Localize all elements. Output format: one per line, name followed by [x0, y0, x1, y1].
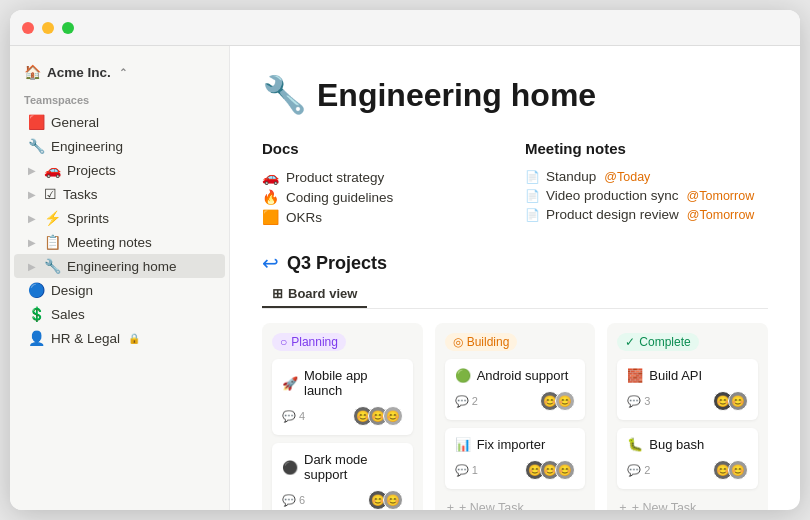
- meeting-item-standup[interactable]: 📄 Standup @Today: [525, 167, 768, 186]
- avatar: 😊: [728, 460, 748, 480]
- column-header-planning: ○ Planning: [272, 333, 413, 351]
- avatar: 😊: [555, 460, 575, 480]
- comment-icon: 💬: [455, 395, 469, 408]
- card-fix-importer[interactable]: 📊 Fix importer 💬 1 😊 😊: [445, 428, 586, 489]
- column-header-complete: ✓ Complete: [617, 333, 758, 351]
- card-bug-bash[interactable]: 🐛 Bug bash 💬 2 😊 😊: [617, 428, 758, 489]
- doc-item-coding-guidelines[interactable]: 🔥 Coding guidelines: [262, 187, 505, 207]
- sidebar-item-tasks[interactable]: ▶ ☑ Tasks: [14, 182, 225, 206]
- doc-icon: 🔥: [262, 189, 279, 205]
- meeting-item-video-sync[interactable]: 📄 Video production sync @Tomorrow: [525, 186, 768, 205]
- card-icon: 🟢: [455, 368, 471, 383]
- chevron-icon: ▶: [28, 213, 36, 224]
- doc-icon: 🚗: [262, 169, 279, 185]
- new-task-label: + New Task: [632, 501, 697, 510]
- doc-label: Product strategy: [286, 170, 384, 185]
- card-avatars: 😊 😊: [713, 391, 748, 411]
- sidebar-item-engineering[interactable]: 🔧 Engineering: [14, 134, 225, 158]
- card-footer: 💬 2 😊 😊: [455, 391, 576, 411]
- minimize-dot[interactable]: [42, 22, 54, 34]
- doc-label: Coding guidelines: [286, 190, 393, 205]
- comment-count: 4: [299, 410, 305, 422]
- projects-icon: 🚗: [44, 162, 61, 178]
- sidebar-item-label: Engineering home: [67, 259, 177, 274]
- avatar: 😊: [383, 406, 403, 426]
- page-title-row: 🔧 Engineering home: [262, 74, 768, 116]
- card-mobile-app[interactable]: 🚀 Mobile app launch 💬 4 😊 😊: [272, 359, 413, 435]
- column-planning: ○ Planning 🚀 Mobile app launch: [262, 323, 423, 510]
- sidebar-item-projects[interactable]: ▶ 🚗 Projects: [14, 158, 225, 182]
- workspace-name: Acme Inc.: [47, 65, 111, 80]
- sprints-icon: ⚡: [44, 210, 61, 226]
- sidebar-item-label: Engineering: [51, 139, 123, 154]
- hr-icon: 👤: [28, 330, 45, 346]
- sidebar-item-label: Meeting notes: [67, 235, 152, 250]
- board-view-icon: ⊞: [272, 286, 283, 301]
- projects-title-row: ↩ Q3 Projects: [262, 251, 768, 275]
- plus-icon: +: [447, 501, 454, 510]
- new-task-complete[interactable]: + + New Task: [617, 497, 758, 510]
- meeting-notes-title: Meeting notes: [525, 140, 768, 157]
- sidebar-item-general[interactable]: 🟥 General: [14, 110, 225, 134]
- card-build-api[interactable]: 🧱 Build API 💬 3 😊 😊: [617, 359, 758, 420]
- comment-icon: 💬: [282, 494, 296, 507]
- sidebar-item-label: Design: [51, 283, 93, 298]
- meeting-notes-icon: 📋: [44, 234, 61, 250]
- plus-icon: +: [619, 501, 626, 510]
- column-tag-planning: ○ Planning: [272, 333, 346, 351]
- sidebar-item-label: Tasks: [63, 187, 98, 202]
- workspace-selector[interactable]: 🏠 Acme Inc. ⌃: [10, 58, 229, 86]
- sidebar-item-hr-legal[interactable]: 👤 HR & Legal 🔒: [14, 326, 225, 350]
- card-icon: 🚀: [282, 376, 298, 391]
- card-label: Fix importer: [477, 437, 546, 452]
- card-comments: 💬 4: [282, 410, 305, 423]
- doc-item-okrs[interactable]: 🟧 OKRs: [262, 207, 505, 227]
- card-footer: 💬 1 😊 😊 😊: [455, 460, 576, 480]
- meeting-notes-section: Meeting notes 📄 Standup @Today 📄 Video p…: [525, 140, 768, 227]
- maximize-dot[interactable]: [62, 22, 74, 34]
- card-title: ⚫ Dark mode support: [282, 452, 403, 482]
- close-dot[interactable]: [22, 22, 34, 34]
- sidebar-item-design[interactable]: 🔵 Design: [14, 278, 225, 302]
- meeting-date: @Today: [604, 170, 650, 184]
- card-android[interactable]: 🟢 Android support 💬 2 😊 😊: [445, 359, 586, 420]
- complete-label: Complete: [639, 335, 690, 349]
- card-label: Mobile app launch: [304, 368, 403, 398]
- docs-section: Docs 🚗 Product strategy 🔥 Coding guideli…: [262, 140, 505, 227]
- meeting-item-product-design[interactable]: 📄 Product design review @Tomorrow: [525, 205, 768, 224]
- tab-board-view[interactable]: ⊞ Board view: [262, 281, 367, 308]
- sidebar-item-sales[interactable]: 💲 Sales: [14, 302, 225, 326]
- sidebar-item-engineering-home[interactable]: ▶ 🔧 Engineering home: [14, 254, 225, 278]
- view-tabs: ⊞ Board view: [262, 281, 768, 309]
- planning-dot: ○: [280, 335, 287, 349]
- projects-section-title: Q3 Projects: [287, 253, 387, 274]
- sidebar-section-label: Teamspaces: [10, 94, 229, 110]
- doc-item-product-strategy[interactable]: 🚗 Product strategy: [262, 167, 505, 187]
- projects-section-icon: ↩: [262, 251, 279, 275]
- app-window: 🏠 Acme Inc. ⌃ Teamspaces 🟥 General 🔧 Eng…: [10, 10, 800, 510]
- meeting-title: Standup: [546, 169, 596, 184]
- card-label: Bug bash: [649, 437, 704, 452]
- doc-label: OKRs: [286, 210, 322, 225]
- board-view-label: Board view: [288, 286, 357, 301]
- card-footer: 💬 6 😊 😊: [282, 490, 403, 510]
- sidebar-item-label: Projects: [67, 163, 116, 178]
- card-avatars: 😊 😊: [713, 460, 748, 480]
- card-footer: 💬 3 😊 😊: [627, 391, 748, 411]
- sidebar-item-sprints[interactable]: ▶ ⚡ Sprints: [14, 206, 225, 230]
- comment-icon: 💬: [455, 464, 469, 477]
- sidebar-item-label: Sales: [51, 307, 85, 322]
- card-comments: 💬 1: [455, 464, 478, 477]
- chevron-icon: ▶: [28, 261, 36, 272]
- card-icon: ⚫: [282, 460, 298, 475]
- sidebar-item-label: General: [51, 115, 99, 130]
- main-content: 🔧 Engineering home Docs 🚗 Product strate…: [230, 46, 800, 510]
- sidebar-item-meeting-notes[interactable]: ▶ 📋 Meeting notes: [14, 230, 225, 254]
- new-task-building[interactable]: + + New Task: [445, 497, 586, 510]
- column-tag-building: ◎ Building: [445, 333, 518, 351]
- comment-count: 3: [644, 395, 650, 407]
- sidebar-item-label: HR & Legal: [51, 331, 120, 346]
- page-doc-icon: 📄: [525, 189, 540, 203]
- card-dark-mode[interactable]: ⚫ Dark mode support 💬 6 😊 😊: [272, 443, 413, 510]
- card-comments: 💬 2: [627, 464, 650, 477]
